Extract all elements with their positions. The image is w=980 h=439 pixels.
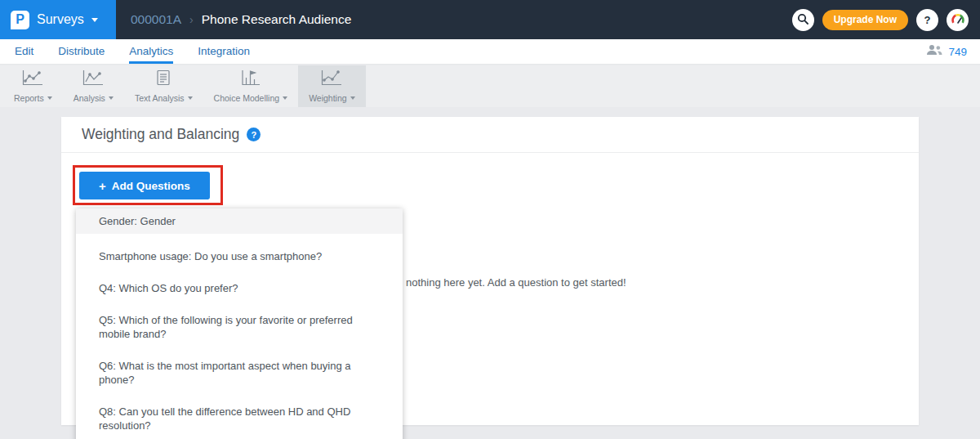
- respondent-count[interactable]: 749: [948, 46, 967, 58]
- add-questions-button[interactable]: + Add Questions: [79, 172, 210, 199]
- breadcrumb: 000001A › Phone Research Audience: [131, 12, 351, 27]
- toolbar-analysis[interactable]: Analysis: [63, 65, 124, 107]
- toolbar-label: Text Analysis: [135, 93, 193, 103]
- page: P Surveys 000001A › Phone Research Audie…: [0, 0, 980, 439]
- respondents-summary: 749: [926, 39, 967, 64]
- search-button[interactable]: [792, 9, 814, 31]
- tab-edit[interactable]: Edit: [15, 39, 33, 64]
- breadcrumb-separator-icon: ›: [189, 13, 194, 26]
- toolbar-label: Choice Modelling: [214, 93, 288, 103]
- product-name: Surveys: [37, 12, 84, 27]
- dropdown-item-smartphone-usage[interactable]: Smartphone usage: Do you use a smartphon…: [76, 240, 403, 272]
- toolbar-weighting[interactable]: Weighting: [298, 65, 366, 107]
- caret-down-icon: [350, 96, 355, 100]
- line-chart-icon: [321, 69, 342, 89]
- toolbar-label: Weighting: [309, 93, 355, 103]
- card-title: Weighting and Balancing: [82, 126, 239, 143]
- plus-icon: +: [99, 179, 106, 193]
- flag-chart-icon: [241, 69, 261, 89]
- tab-integration[interactable]: Integration: [198, 39, 250, 64]
- top-header: P Surveys 000001A › Phone Research Audie…: [0, 0, 980, 39]
- document-icon: [156, 69, 171, 89]
- toolbar-text-analysis[interactable]: Text Analysis: [124, 65, 203, 107]
- breadcrumb-survey-id[interactable]: 000001A: [131, 12, 181, 27]
- card-header: Weighting and Balancing ?: [61, 117, 919, 153]
- dropdown-item-q4[interactable]: Q4: Which OS do you prefer?: [76, 272, 403, 304]
- toolbar-choice-modelling[interactable]: Choice Modelling: [203, 65, 299, 107]
- line-chart-icon: [82, 69, 104, 89]
- add-questions-label: Add Questions: [112, 180, 190, 192]
- tab-analytics[interactable]: Analytics: [129, 39, 173, 64]
- help-button[interactable]: ?: [916, 9, 938, 31]
- toolbar-reports[interactable]: Reports: [3, 65, 63, 107]
- caret-down-icon: [188, 96, 193, 100]
- tab-distribute[interactable]: Distribute: [58, 39, 105, 64]
- analytics-toolbar: Reports Analysis: [0, 65, 980, 107]
- caret-down-icon: [47, 96, 52, 100]
- empty-state-text: nothing here yet. Add a question to get …: [406, 276, 626, 289]
- product-switcher[interactable]: P Surveys: [0, 0, 116, 39]
- add-questions-dropdown: Gender: Gender Smartphone usage: Do you …: [76, 208, 403, 439]
- survey-title: Phone Research Audience: [202, 12, 352, 27]
- toolbar-label: Analysis: [74, 93, 114, 103]
- dropdown-item-q6[interactable]: Q6: What is the most important aspect wh…: [76, 350, 403, 396]
- question-mark-icon: ?: [251, 130, 256, 140]
- survey-nav: Edit Distribute Analytics Integration 74…: [0, 39, 980, 65]
- questionpro-logo-icon: P: [11, 11, 29, 29]
- search-icon: [797, 13, 808, 27]
- gauge-icon: [951, 12, 965, 28]
- help-icon[interactable]: ?: [247, 128, 261, 141]
- dropdown-item-q8[interactable]: Q8: Can you tell the difference between …: [76, 396, 403, 439]
- caret-down-icon: [283, 96, 287, 100]
- users-icon: [926, 44, 942, 59]
- line-chart-icon: [22, 69, 43, 89]
- dropdown-item-q5[interactable]: Q5: Which of the following is your favor…: [76, 304, 403, 350]
- dropdown-item-gender[interactable]: Gender: Gender: [76, 208, 403, 234]
- toolbar-label: Reports: [14, 93, 52, 103]
- caret-down-icon: [91, 18, 98, 22]
- upgrade-now-button[interactable]: Upgrade Now: [822, 10, 908, 30]
- header-actions: Upgrade Now ?: [792, 9, 969, 31]
- question-mark-icon: ?: [924, 14, 931, 26]
- performance-gauge-button[interactable]: [947, 9, 969, 31]
- logo-letter: P: [16, 12, 24, 27]
- caret-down-icon: [109, 96, 114, 100]
